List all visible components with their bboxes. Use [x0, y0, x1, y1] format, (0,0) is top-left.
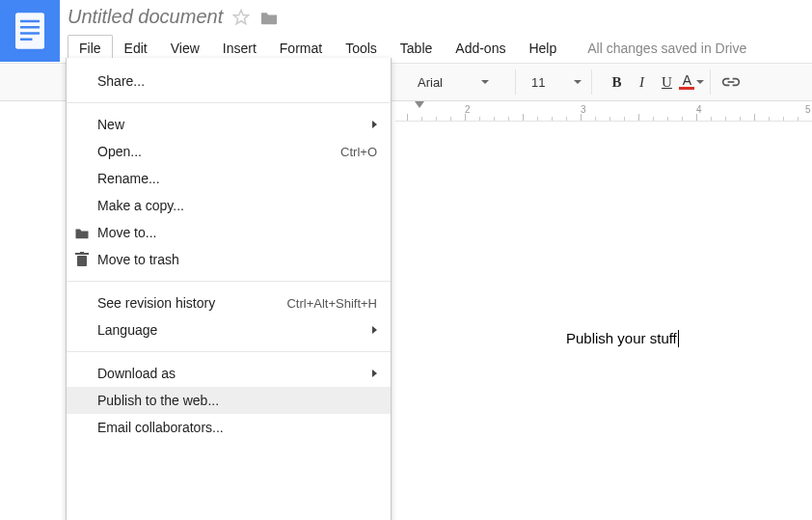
- menu-item-publish-web[interactable]: Publish to the web...: [67, 387, 391, 414]
- trash-icon: [74, 252, 90, 267]
- font-size-value: 11: [531, 75, 545, 90]
- ruler-tick: [754, 114, 755, 121]
- italic-button[interactable]: I: [629, 69, 654, 95]
- ruler-tick: [783, 117, 784, 121]
- ruler-tick: [421, 117, 422, 121]
- menu-label: Rename...: [97, 171, 160, 186]
- svg-rect-1: [20, 20, 40, 23]
- ruler-tick: [740, 117, 741, 121]
- ruler-tick: [696, 114, 697, 121]
- menu-label: Move to...: [97, 225, 156, 240]
- ruler-tick: [725, 117, 726, 121]
- ruler-tick: [494, 117, 495, 121]
- svg-rect-2: [20, 26, 40, 29]
- menu-item-share[interactable]: Share...: [67, 68, 391, 95]
- ruler-tick: [667, 117, 668, 121]
- ruler-tick: [769, 117, 770, 121]
- ruler-tick: [436, 117, 437, 121]
- menu-separator: [67, 102, 391, 103]
- insert-link-button[interactable]: [717, 69, 745, 95]
- menu-label: Email collaborators...: [97, 420, 224, 435]
- ruler-tick: [638, 114, 639, 121]
- menu-item-make-copy[interactable]: Make a copy...: [67, 192, 391, 219]
- menu-help[interactable]: Help: [517, 35, 568, 62]
- text-color-button[interactable]: A: [679, 69, 704, 95]
- menu-label: See revision history: [97, 295, 215, 311]
- submenu-arrow-icon: [372, 121, 377, 128]
- menu-label: Download as: [97, 366, 176, 381]
- menu-label: New: [97, 117, 124, 132]
- menu-item-download-as[interactable]: Download as: [67, 360, 391, 387]
- menu-label: Make a copy...: [97, 198, 184, 213]
- ruler-tick: [508, 117, 509, 121]
- ruler-tick: [624, 117, 625, 121]
- menu-label: Publish to the web...: [97, 393, 219, 408]
- ruler-tick: [798, 117, 798, 121]
- ruler-tick: [552, 117, 553, 121]
- move-folder-icon[interactable]: [259, 10, 279, 25]
- document-text[interactable]: Publish your stuff: [566, 330, 679, 347]
- ruler-tick: [581, 114, 582, 121]
- ruler-tick: [595, 117, 596, 121]
- svg-rect-7: [75, 253, 89, 255]
- menu-label: Share...: [97, 73, 145, 89]
- ruler-tick: [566, 117, 567, 121]
- font-family-select[interactable]: Arial: [410, 69, 516, 95]
- svg-rect-3: [20, 32, 40, 35]
- document-canvas[interactable]: Publish your stuff: [395, 122, 812, 520]
- menu-shortcut: Ctrl+O: [340, 145, 377, 159]
- menu-item-move-to[interactable]: Move to...: [67, 219, 391, 246]
- folder-icon: [74, 225, 90, 240]
- menu-item-email-collaborators[interactable]: Email collaborators...: [67, 414, 391, 441]
- menu-separator: [67, 351, 391, 352]
- ruler-tick: [682, 117, 683, 121]
- document-title[interactable]: Untitled document: [68, 6, 223, 28]
- ruler-tick: [465, 114, 466, 121]
- text-color-bar: [679, 87, 694, 90]
- svg-rect-6: [77, 256, 87, 266]
- menu-addons[interactable]: Add-ons: [444, 35, 517, 62]
- submenu-arrow-icon: [372, 326, 377, 334]
- star-icon[interactable]: [232, 9, 250, 26]
- menu-label: Open...: [97, 144, 142, 159]
- menu-item-new[interactable]: New: [67, 111, 391, 138]
- font-family-value: Arial: [418, 75, 443, 90]
- chevron-down-icon: [481, 80, 489, 84]
- svg-rect-4: [20, 39, 33, 41]
- menu-label: Language: [97, 322, 157, 338]
- indent-marker-icon[interactable]: [415, 101, 424, 108]
- file-dropdown-menu: Share... New Open... Ctrl+O Rename... Ma…: [66, 58, 392, 520]
- text-cursor: [678, 330, 679, 347]
- app-brand[interactable]: [0, 0, 60, 62]
- menu-item-open[interactable]: Open... Ctrl+O: [67, 138, 391, 165]
- svg-rect-0: [15, 13, 44, 49]
- menu-label: Move to trash: [97, 252, 179, 267]
- ruler-tick: [609, 117, 610, 121]
- ruler-tick: [407, 114, 408, 121]
- ruler-tick: [523, 114, 524, 121]
- ruler-tick: [537, 117, 538, 121]
- menu-item-rename[interactable]: Rename...: [67, 165, 391, 192]
- text-color-letter: A: [683, 74, 691, 86]
- menu-separator: [67, 281, 391, 282]
- ruler-tick: [450, 117, 451, 121]
- ruler[interactable]: 2 3 4 5: [395, 102, 812, 122]
- text-format-group: B I U A: [598, 69, 711, 95]
- menu-table[interactable]: Table: [389, 35, 444, 62]
- menu-item-revision-history[interactable]: See revision history Ctrl+Alt+Shift+H: [67, 289, 391, 316]
- bold-button[interactable]: B: [604, 69, 629, 95]
- svg-marker-5: [234, 10, 249, 23]
- menu-item-move-trash[interactable]: Move to trash: [67, 246, 391, 273]
- font-size-select[interactable]: 11: [522, 69, 592, 95]
- ruler-tick: [479, 117, 480, 121]
- svg-rect-8: [80, 252, 84, 253]
- save-status: All changes saved in Drive: [587, 41, 746, 56]
- underline-button[interactable]: U: [654, 69, 679, 95]
- ruler-tick: [711, 117, 712, 121]
- menu-item-language[interactable]: Language: [67, 316, 391, 343]
- ruler-label: 5: [805, 104, 811, 115]
- docs-icon: [15, 13, 44, 49]
- chevron-down-icon: [696, 80, 704, 84]
- title-row: Untitled document: [68, 6, 279, 28]
- chevron-down-icon: [574, 80, 582, 84]
